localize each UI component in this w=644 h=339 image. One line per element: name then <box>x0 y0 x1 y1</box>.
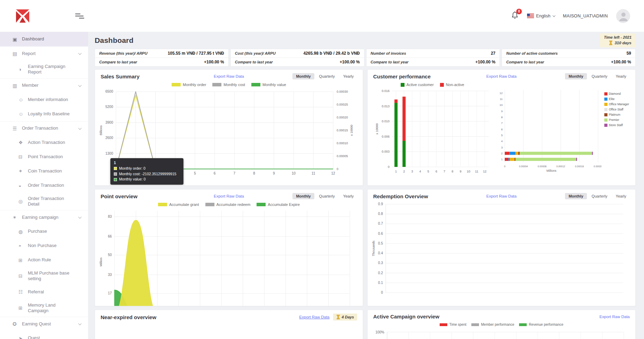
toggle-yearly[interactable]: Yearly <box>340 193 357 199</box>
tooltip-row: Monthly order: 0 <box>114 166 180 171</box>
kpi-title: Number of invoices <box>371 51 406 55</box>
kpi-main-line: Number of active customers59 <box>502 49 635 58</box>
toggle-monthly[interactable]: Monthly <box>292 73 314 79</box>
sidebar-item-member-information[interactable]: ☺Member information <box>0 93 88 107</box>
svg-text:6: 6 <box>214 171 216 175</box>
export-raw-data-link[interactable]: Export Raw Data <box>486 74 517 78</box>
export-raw-data-link[interactable]: Export Raw Data <box>214 194 244 198</box>
user-avatar[interactable] <box>616 9 630 23</box>
sidebar-item-order-transaction[interactable]: ☰Order Transaction <box>0 121 88 136</box>
earning-icon: ✶ <box>13 215 22 220</box>
svg-text:Millions: Millions <box>547 169 556 172</box>
point-icon: ⊟ <box>18 154 28 160</box>
kpi-compare-value: +100.00 % <box>611 60 631 64</box>
svg-text:0.016: 0.016 <box>382 89 390 93</box>
sidebar-item-label: Referral <box>28 289 44 295</box>
period-toggle-group: MonthlyQuarterlyYearly <box>244 193 357 199</box>
quest-section-icon: ✪ <box>13 321 22 327</box>
toggle-quarterly[interactable]: Quarterly <box>588 73 611 79</box>
toggle-monthly[interactable]: Monthly <box>292 193 314 199</box>
sidebar-item-report[interactable]: ▤Report <box>0 46 88 61</box>
member-icon: ▥ <box>13 83 22 88</box>
sidebar-item-label: MLM Purchase base setting <box>28 270 74 282</box>
customer-columns-svg: 00.0030.0060.0100.0130.01612345678910111… <box>373 87 492 175</box>
legend-swatch <box>172 83 181 86</box>
svg-text:100%: 100% <box>375 330 384 334</box>
kpi-compare-line: Compare to last year+100.00 % <box>502 58 635 66</box>
toggle-quarterly[interactable]: Quarterly <box>316 73 338 79</box>
kpi-compare-line: Compare to last year+100.00 % <box>231 58 364 66</box>
svg-text:0.5: 0.5 <box>378 241 383 245</box>
sidebar-item-order-transaction-detail[interactable]: ◎Order Transaction Detail <box>0 193 88 210</box>
kpi-card-number-of-active-customers: Number of active customers59Compare to l… <box>502 49 636 67</box>
svg-text:8: 8 <box>253 171 255 175</box>
toggle-monthly[interactable]: Monthly <box>565 193 587 199</box>
svg-text:x 10000: x 10000 <box>375 123 379 134</box>
svg-text:0.00025: 0.00025 <box>337 103 348 106</box>
panel-header: Point overview Export Raw Data MonthlyQu… <box>95 190 363 201</box>
kpi-compare-value: +100.00 % <box>476 60 496 64</box>
sidebar-item-purchase[interactable]: ◍Purchase <box>0 224 88 239</box>
redemption-overview-chart: 0.90.80.70.60.50.40.30.20.10Thousands <box>368 201 635 306</box>
svg-text:0.00008: 0.00008 <box>538 165 547 168</box>
svg-text:5: 5 <box>194 171 196 175</box>
svg-text:Thousands: Thousands <box>372 240 375 256</box>
toggle-yearly[interactable]: Yearly <box>612 193 630 199</box>
legend-label: Platinum <box>609 113 620 116</box>
sidebar-item-memory-land-campaign[interactable]: ⊞Memory Land Campaign <box>0 299 88 317</box>
svg-text:0.00016: 0.00016 <box>575 165 584 168</box>
toggle-quarterly[interactable]: Quarterly <box>316 193 338 199</box>
sidebar-item-earning-campaign[interactable]: ✶Earning campaign <box>0 210 88 224</box>
svg-text:0.6: 0.6 <box>378 232 383 236</box>
referral-icon: ☷ <box>18 289 28 295</box>
svg-text:0.3: 0.3 <box>378 261 383 265</box>
svg-text:3900: 3900 <box>105 121 113 124</box>
legend-swatch <box>257 203 266 206</box>
export-raw-data-link[interactable]: Export Raw Data <box>299 315 330 319</box>
user-name[interactable]: MAISON_UAT\ADMIN <box>563 14 608 18</box>
sidebar-item-mlm-purchase-base-setting[interactable]: ⊟MLM Purchase base setting <box>0 267 88 285</box>
panel-active-campaign: Active Campaign overview Export Raw Data… <box>367 310 636 339</box>
notifications-button[interactable]: 0 <box>511 11 519 21</box>
sidebar-item-coin-transaction[interactable]: ✶Coin Transaction <box>0 164 88 178</box>
language-selector[interactable]: English <box>527 14 555 18</box>
sidebar-item-earning-campaign-report[interactable]: ◑Earning Campaign Report <box>0 61 88 78</box>
sidebar-item-order-transaction[interactable]: ◒Order Transaction <box>0 178 88 193</box>
export-raw-data-link[interactable]: Export Raw Data <box>486 194 517 198</box>
export-raw-data-link[interactable]: Export Raw Data <box>214 74 244 78</box>
svg-text:10: 10 <box>467 170 470 173</box>
toggle-yearly[interactable]: Yearly <box>612 73 630 79</box>
sidebar-item-earning-quest[interactable]: ✪Earning Quest <box>0 317 88 331</box>
svg-text:0.00020: 0.00020 <box>594 165 602 168</box>
legend-swatch <box>604 103 607 106</box>
panel-title: Sales Summary <box>101 74 214 79</box>
dashboard-icon: ▣ <box>13 37 22 42</box>
kpi-value: 105.55 m VNĐ / 727.95 t VNĐ <box>168 51 224 56</box>
sidebar-toggle-button[interactable] <box>75 14 84 18</box>
sidebar-item-referral[interactable]: ☷Referral <box>0 285 88 299</box>
sidebar-item-action-rule[interactable]: ⊞Action Rule <box>0 253 88 267</box>
sidebar-item-quest[interactable]: ➤Quest <box>0 331 88 339</box>
kpi-compare-label: Compare to last year <box>371 60 409 64</box>
toggle-quarterly[interactable]: Quarterly <box>588 193 611 199</box>
svg-text:3: 3 <box>501 146 503 149</box>
panel-sales-summary: Sales Summary Export Raw Data MonthlyQua… <box>95 69 363 186</box>
toggle-monthly[interactable]: Monthly <box>565 73 587 79</box>
svg-text:6500: 6500 <box>105 90 113 93</box>
sidebar-item-dashboard[interactable]: ▣Dashboard <box>0 32 88 46</box>
sidebar-item-non-purchase[interactable]: ◓Non Purchase <box>0 239 88 253</box>
chevron-down-icon <box>78 52 82 55</box>
export-raw-data-link[interactable]: Export Raw Data <box>599 315 630 319</box>
toggle-yearly[interactable]: Yearly <box>340 73 357 79</box>
legend-item-monthly-cost: Monthly cost <box>212 83 245 87</box>
sidebar-item-point-transaction[interactable]: ⊟Point Transaction <box>0 150 88 164</box>
legend-item-monthly-value: Monthly value <box>251 83 286 87</box>
svg-text:0: 0 <box>388 165 390 169</box>
svg-text:9: 9 <box>501 110 503 113</box>
sidebar-item-action-transaction[interactable]: ❖Action Transaction <box>0 136 88 150</box>
sidebar-item-member[interactable]: ▥Member <box>0 78 88 93</box>
tooltip-label: Monthly value: 0 <box>119 177 146 182</box>
sidebar-item-loyalty-info-baseline[interactable]: ☺Loyalty Info Baseline <box>0 107 88 121</box>
svg-text:0.00015: 0.00015 <box>337 129 348 132</box>
svg-text:50: 50 <box>108 253 112 257</box>
